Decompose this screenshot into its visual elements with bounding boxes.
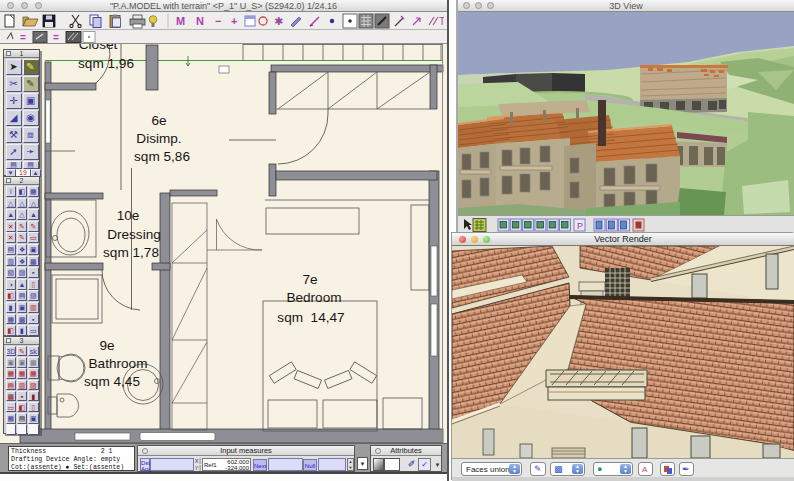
svg-text:sqm 1,78: sqm 1,78 — [103, 245, 159, 260]
svg-text:Disimp.: Disimp. — [136, 131, 181, 146]
svg-text:sqm 1,96: sqm 1,96 — [78, 56, 134, 71]
svg-text:+: + — [231, 15, 237, 27]
svg-text:Dressing: Dressing — [107, 227, 161, 242]
svg-text:N: N — [196, 15, 204, 27]
svg-text:9e: 9e — [99, 338, 114, 353]
svg-text:6e: 6e — [151, 113, 166, 128]
svg-text:sqm 4,45: sqm 4,45 — [84, 374, 140, 389]
svg-text:−: − — [215, 15, 221, 27]
svg-text:Bathroom: Bathroom — [89, 356, 148, 371]
svg-text:Bedroom: Bedroom — [286, 290, 341, 305]
svg-text:✱: ✱ — [274, 15, 283, 27]
svg-text:sqm 5,86: sqm 5,86 — [134, 149, 190, 164]
svg-text:=: = — [20, 32, 26, 43]
svg-text:sqm 14,47: sqm 14,47 — [277, 310, 344, 325]
svg-text:M: M — [176, 15, 185, 27]
svg-text:=: = — [53, 32, 59, 43]
svg-text:T: T — [439, 16, 444, 27]
svg-text:Closet: Closet — [79, 44, 118, 52]
svg-text:P: P — [577, 221, 583, 231]
svg-text:7e: 7e — [302, 272, 317, 287]
svg-text:10e: 10e — [117, 208, 140, 223]
